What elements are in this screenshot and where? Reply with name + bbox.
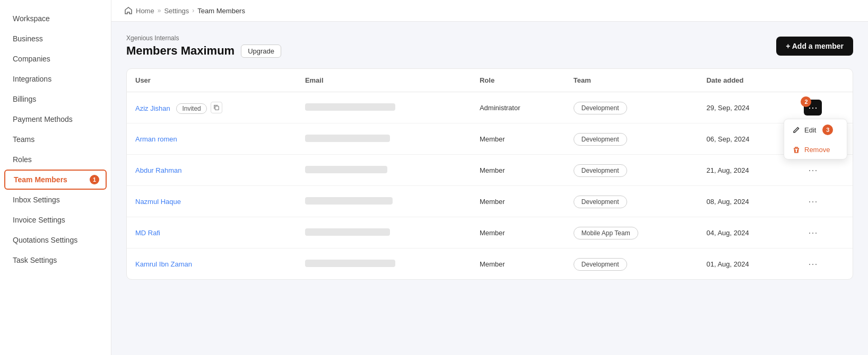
user-name[interactable]: Nazmul Haque [135, 198, 181, 206]
content-area: Xgenious Internals Members Maximum Upgra… [111, 22, 868, 355]
page-title: Members Maximum [126, 44, 235, 58]
team-cell: Development [565, 123, 698, 155]
dots-wrapper: 2 ⋯ [804, 100, 822, 116]
sidebar-item-team-members[interactable]: Team Members 1 [4, 170, 107, 190]
breadcrumb-sep1: » [158, 7, 161, 14]
col-user: User [127, 69, 297, 92]
add-member-button[interactable]: + Add a member [776, 37, 853, 56]
sidebar-item-inbox-settings[interactable]: Inbox Settings [0, 190, 111, 210]
col-team: Team [565, 69, 698, 92]
user-name[interactable]: Kamrul Ibn Zaman [135, 260, 192, 268]
sidebar-item-label: Roles [13, 155, 32, 164]
row-menu-button[interactable]: ⋯ [804, 256, 822, 272]
row-dropdown-menu: Edit 3 Remove [784, 119, 847, 159]
email-cell [297, 92, 471, 123]
user-cell: Arman romen [127, 123, 297, 155]
page-header: Xgenious Internals Members Maximum Upgra… [126, 34, 853, 58]
sidebar-item-integrations[interactable]: Integrations [0, 69, 111, 89]
col-date: Date added [698, 69, 795, 92]
trash-icon [793, 146, 800, 154]
role-cell: Administrator [471, 92, 565, 123]
team-cell: Mobile App Team [565, 217, 698, 248]
team-cell: Development [565, 186, 698, 217]
user-cell: Kamrul Ibn Zaman [127, 248, 297, 280]
table-row: Aziz Jishan Invited Administrator [127, 92, 853, 123]
team-members-badge: 1 [90, 175, 99, 184]
sidebar-nav: Workspace Business Companies Integration… [0, 0, 111, 355]
sidebar-item-label: Workspace [13, 14, 50, 23]
table-row: Kamrul Ibn Zaman Member Development 01, … [127, 248, 853, 280]
sidebar-item-task-settings[interactable]: Task Settings [0, 250, 111, 270]
team-cell: Development [565, 248, 698, 280]
members-table-container: User Email Role Team Date added Aziz [126, 68, 853, 280]
date-cell: 04, Aug, 2024 [698, 217, 795, 248]
actions-cell: ⋯ [795, 217, 853, 248]
breadcrumb-settings[interactable]: Settings [164, 7, 189, 15]
sidebar-item-teams[interactable]: Teams [0, 129, 111, 149]
sidebar-item-label: Task Settings [13, 256, 57, 264]
sidebar-item-invoice-settings[interactable]: Invoice Settings [0, 210, 111, 230]
edit-icon [793, 126, 800, 134]
col-actions [795, 69, 853, 92]
email-cell [297, 155, 471, 186]
upgrade-button[interactable]: Upgrade [241, 45, 281, 58]
sidebar-item-label: Teams [13, 135, 34, 144]
sidebar-item-workspace[interactable]: Workspace [0, 8, 111, 29]
sidebar-item-label: Business [13, 34, 43, 43]
team-badge: Development [574, 102, 627, 114]
date-cell: 29, Sep, 2024 [698, 92, 795, 123]
sidebar-item-quotations-settings[interactable]: Quotations Settings [0, 230, 111, 250]
user-cell: Abdur Rahman [127, 155, 297, 186]
team-cell: Development [565, 92, 698, 123]
user-name[interactable]: Aziz Jishan [135, 104, 170, 112]
table-header-row: User Email Role Team Date added [127, 69, 853, 92]
user-name[interactable]: Arman romen [135, 135, 177, 143]
sidebar-item-label: Inbox Settings [13, 196, 60, 204]
sidebar-item-billings[interactable]: Billings [0, 89, 111, 109]
user-cell: Nazmul Haque [127, 186, 297, 217]
svg-rect-0 [215, 106, 219, 110]
dropdown-remove-item[interactable]: Remove [784, 140, 847, 159]
table-row: Abdur Rahman Member Development 21, Aug,… [127, 155, 853, 186]
email-cell [297, 123, 471, 155]
edit-label: Edit [804, 126, 816, 134]
breadcrumb-current: Team Members [197, 7, 245, 15]
sidebar-item-roles[interactable]: Roles [0, 149, 111, 170]
invited-badge: Invited [176, 103, 206, 114]
sidebar: Workspace Business Companies Integration… [0, 0, 111, 355]
email-blurred [305, 166, 387, 173]
actions-cell: 2 ⋯ Edit 3 [795, 92, 853, 123]
date-cell: 08, Aug, 2024 [698, 186, 795, 217]
table-row: MD Rafi Member Mobile App Team 04, Aug, … [127, 217, 853, 248]
copy-icon[interactable] [211, 102, 222, 113]
sidebar-item-business[interactable]: Business [0, 29, 111, 49]
remove-label: Remove [804, 146, 830, 154]
row-menu-button[interactable]: ⋯ [804, 162, 822, 178]
user-name[interactable]: Abdur Rahman [135, 166, 181, 174]
col-email: Email [297, 69, 471, 92]
user-name[interactable]: MD Rafi [135, 229, 160, 237]
breadcrumb-sep2: › [192, 7, 194, 14]
email-blurred [305, 197, 393, 205]
team-badge: Development [574, 258, 627, 271]
role-cell: Member [471, 217, 565, 248]
workspace-label: Xgenious Internals [126, 34, 281, 42]
main-content: Home » Settings › Team Members Xgenious … [111, 0, 868, 355]
col-role: Role [471, 69, 565, 92]
row-menu-button[interactable]: ⋯ [804, 225, 822, 241]
actions-cell: ⋯ [795, 186, 853, 217]
user-cell: Aziz Jishan Invited [127, 92, 297, 123]
table-row: Nazmul Haque Member Development 08, Aug,… [127, 186, 853, 217]
breadcrumb-home[interactable]: Home [136, 7, 154, 15]
breadcrumb: Home » Settings › Team Members [111, 0, 868, 22]
sidebar-item-payment-methods[interactable]: Payment Methods [0, 109, 111, 129]
table-row: Arman romen Member Development 06, Sep, … [127, 123, 853, 155]
dropdown-edit-item[interactable]: Edit 3 [784, 119, 847, 140]
row-menu-button[interactable]: ⋯ [804, 193, 822, 209]
email-cell [297, 186, 471, 217]
sidebar-item-label: Billings [13, 95, 36, 103]
page-title-row: Members Maximum Upgrade [126, 44, 281, 58]
email-blurred [305, 228, 390, 236]
sidebar-item-companies[interactable]: Companies [0, 49, 111, 69]
notification-badge-3: 3 [822, 125, 833, 135]
